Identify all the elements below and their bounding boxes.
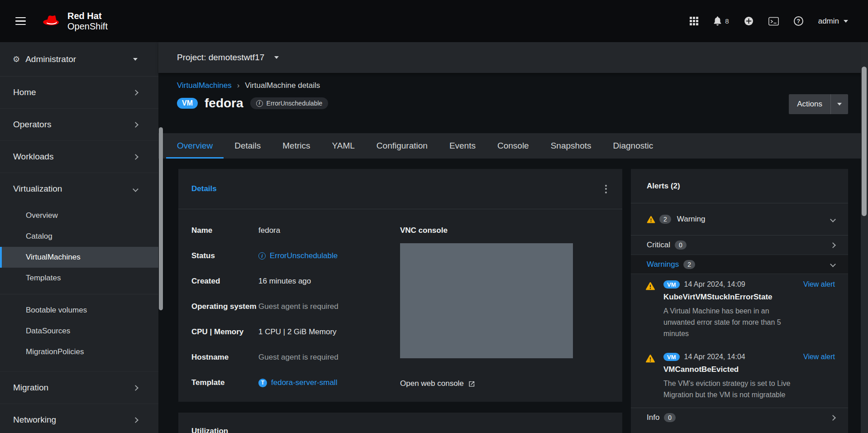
sidebar-item-virtualization[interactable]: Virtualization <box>0 173 158 205</box>
kebab-menu-icon[interactable] <box>603 183 609 196</box>
view-alert-link[interactable]: View alert <box>803 280 835 289</box>
utilization-card: Utilization <box>178 413 622 433</box>
alerts-group-info[interactable]: Info 0 <box>631 408 848 427</box>
sidebar-item-networking[interactable]: Networking <box>0 404 158 433</box>
open-web-console-link[interactable]: Open web console <box>400 379 475 388</box>
external-link-icon <box>468 380 475 387</box>
nav-group-home: Home <box>0 77 158 109</box>
chevron-right-icon <box>133 90 138 96</box>
sidebar-item-migrationpolicies[interactable]: MigrationPolicies <box>0 342 158 362</box>
perspective-switcher[interactable]: ⚙ Administrator <box>0 42 158 77</box>
sidebar-item-migration[interactable]: Migration <box>0 372 158 404</box>
sidebar-item-virtualmachines[interactable]: VirtualMachines <box>0 247 158 268</box>
tab-diagnostic[interactable]: Diagnostic <box>602 133 664 159</box>
alert-timestamp: 14 Apr 2024, 14:09 <box>684 280 745 289</box>
masthead-toolbar: 8 ? admin <box>690 16 848 26</box>
title-row: VM fedora ErrorUnschedulable <box>177 96 848 111</box>
sidebar-item-templates[interactable]: Templates <box>0 268 158 289</box>
tab-metrics[interactable]: Metrics <box>272 133 321 159</box>
app-launcher-button[interactable] <box>690 17 698 25</box>
sidebar-item-datasources[interactable]: DataSources <box>0 321 158 342</box>
hamburger-bar <box>15 17 26 19</box>
nav-toggle-button[interactable] <box>13 14 29 28</box>
alerts-group-critical[interactable]: Critical 0 <box>631 236 848 255</box>
chevron-right-icon <box>133 417 138 423</box>
main-area: Project: demotestwtf17 VirtualMachines V… <box>158 42 868 433</box>
cli-terminal-button[interactable] <box>768 17 779 26</box>
group-label: Critical <box>647 241 670 250</box>
status-link[interactable]: ErrorUnschedulable <box>258 251 338 260</box>
group-count-badge: 2 <box>683 260 695 269</box>
tab-overview[interactable]: Overview <box>166 133 224 159</box>
import-button[interactable] <box>744 16 754 26</box>
tab-console[interactable]: Console <box>486 133 540 159</box>
masthead: Red Hat OpenShift 8 <box>0 0 868 42</box>
caret-down-icon <box>837 103 842 106</box>
chevron-right-icon <box>133 154 138 160</box>
tab-configuration[interactable]: Configuration <box>366 133 439 159</box>
alerts-summary-toggle[interactable]: 2 Warning <box>631 203 848 236</box>
details-title-link[interactable]: Details <box>191 184 217 193</box>
sidebar-item-home[interactable]: Home <box>0 77 158 108</box>
tab-details[interactable]: Details <box>224 133 272 159</box>
info-icon <box>256 100 263 107</box>
redhat-logo-icon <box>41 14 62 29</box>
sidebar-scrollbar-thumb[interactable] <box>159 127 163 310</box>
subnav-separator <box>0 294 158 294</box>
masthead-left: Red Hat OpenShift <box>13 11 108 32</box>
group-count-badge: 0 <box>675 241 687 250</box>
actions-dropdown-button[interactable]: Actions <box>789 94 848 114</box>
nav-group-operators: Operators <box>0 109 158 141</box>
alerts-card: Alerts (2) 2 Warning <box>631 169 848 433</box>
notifications-button[interactable]: 8 <box>713 16 729 26</box>
nav-label: Migration <box>13 383 48 393</box>
chevron-down-icon <box>830 261 836 267</box>
user-menu[interactable]: admin <box>818 17 848 26</box>
sidebar-item-catalog[interactable]: Catalog <box>0 226 158 247</box>
caret-wrap <box>831 103 848 106</box>
summary-label: Warning <box>677 215 706 224</box>
layout: ⚙ Administrator Home Operators <box>0 42 868 433</box>
tab-events[interactable]: Events <box>439 133 486 159</box>
sidebar-item-overview[interactable]: Overview <box>0 205 158 226</box>
view-alert-link[interactable]: View alert <box>803 353 835 361</box>
chevron-down-icon <box>830 216 836 222</box>
field-label: Name <box>191 226 258 235</box>
group-label: Warnings <box>647 260 679 269</box>
sidebar-item-workloads[interactable]: Workloads <box>0 141 158 173</box>
alert-name: VMCannotBeEvicted <box>663 365 835 374</box>
details-fields: Name fedora Status ErrorUnschedulable <box>191 218 386 402</box>
details-card: Details Name fedora Status <box>178 169 622 402</box>
sidebar-item-operators[interactable]: Operators <box>0 109 158 140</box>
alert-meta: VM 14 Apr 2024, 14:04 View alert <box>663 353 835 361</box>
warning-triangle-icon <box>645 282 655 290</box>
gear-icon: ⚙ <box>13 54 20 64</box>
tab-snapshots[interactable]: Snapshots <box>540 133 602 159</box>
project-selector[interactable]: Project: demotestwtf17 <box>177 53 279 63</box>
chevron-right-icon <box>830 242 836 248</box>
virtualization-subnav: Overview Catalog VirtualMachines Templat… <box>0 205 158 371</box>
chevron-down-icon <box>133 186 138 192</box>
tab-yaml[interactable]: YAML <box>321 133 366 159</box>
subnav-label: DataSources <box>26 327 70 336</box>
page-scrollbar[interactable] <box>861 42 868 433</box>
question-circle-icon: ? <box>794 16 803 26</box>
nav-group-migration: Migration <box>0 372 158 404</box>
group-count-badge: 0 <box>664 413 676 422</box>
page-scrollbar-thumb[interactable] <box>862 67 867 216</box>
sidebar-item-bootable-volumes[interactable]: Bootable volumes <box>0 300 158 321</box>
warning-count-badge: 2 <box>659 215 671 224</box>
alert-description: The VM's eviction strategy is set to Liv… <box>663 378 801 400</box>
breadcrumb-link-virtualmachines[interactable]: VirtualMachines <box>177 81 232 90</box>
field-value: 1 CPU | 2 GiB Memory <box>258 327 337 337</box>
actions-label: Actions <box>789 100 830 109</box>
sidebar-nav: Home Operators Workloads <box>0 77 158 433</box>
alert-body: VM 14 Apr 2024, 14:09 View alert KubeVir… <box>663 280 835 339</box>
alerts-title: Alerts (2) <box>647 182 680 191</box>
help-button[interactable]: ? <box>794 16 803 26</box>
template-link[interactable]: fedora-server-small <box>258 378 337 387</box>
alerts-group-warnings[interactable]: Warnings 2 <box>631 255 848 274</box>
status-text: ErrorUnschedulable <box>267 100 323 107</box>
alert-item: VM 14 Apr 2024, 14:04 View alert VMCanno… <box>631 346 848 408</box>
subnav-label: Catalog <box>26 232 52 241</box>
